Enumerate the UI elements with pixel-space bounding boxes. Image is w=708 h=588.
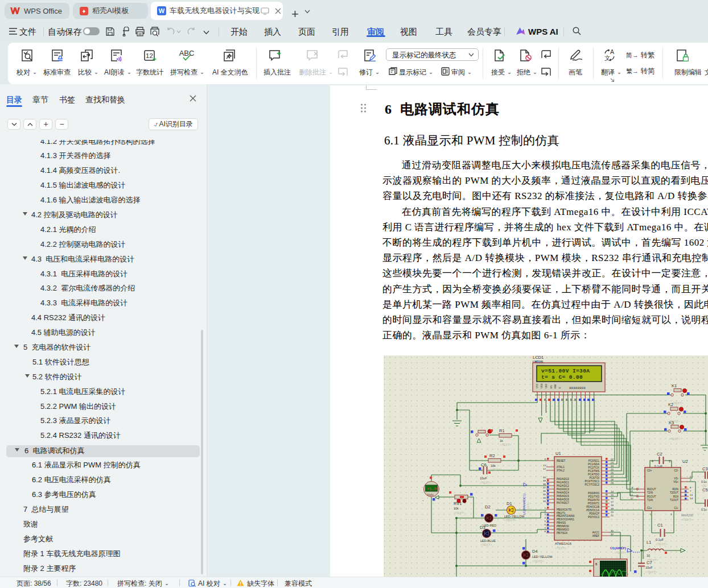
svg-text:PC0/SCL: PC0/SCL — [588, 459, 600, 462]
svg-text:PB3/OC0/AIN1: PB3/OC0/AIN1 — [557, 518, 574, 521]
svg-text:<TEXT>: <TEXT> — [615, 551, 626, 554]
svg-text:17: 17 — [611, 500, 614, 503]
svg-text:XTAL2: XTAL2 — [557, 469, 565, 472]
svg-text:VEE: VEE — [545, 383, 548, 388]
svg-text:<TEXT>: <TEXT> — [491, 468, 502, 471]
svg-text:10: 10 — [647, 554, 650, 557]
svg-text:10uF: 10uF — [480, 477, 487, 480]
svg-text:19: 19 — [611, 507, 614, 510]
svg-text:ABC: ABC — [179, 49, 195, 57]
svg-text:88888888: 88888888 — [569, 386, 586, 390]
svg-text:T1IN: T1IN — [647, 499, 653, 502]
svg-text:PD4/OC1B: PD4/OC1B — [586, 506, 599, 508]
svg-text:A: A — [610, 49, 614, 55]
svg-text:32: 32 — [611, 533, 614, 536]
svg-text:20: 20 — [611, 511, 614, 514]
svg-text:U1: U1 — [555, 451, 561, 456]
svg-text:34: 34 — [543, 496, 546, 499]
svg-text:D1: D1 — [507, 501, 512, 506]
svg-text:PB1/T1: PB1/T1 — [557, 512, 566, 515]
svg-text:PB2/INT2/AIN0: PB2/INT2/AIN0 — [557, 515, 575, 517]
svg-text:13: 13 — [543, 464, 546, 467]
svg-text:LED-YELLOW: LED-YELLOW — [504, 515, 525, 518]
svg-text:PB6/MISO: PB6/MISO — [557, 528, 569, 531]
svg-text:E: E — [558, 387, 561, 388]
svg-text:U2: U2 — [682, 459, 688, 464]
svg-text:PD6/ICP: PD6/ICP — [589, 512, 599, 515]
svg-text:VS+: VS+ — [673, 481, 678, 483]
svg-text:27: 27 — [611, 475, 614, 478]
svg-text:RS: RS — [550, 385, 553, 388]
svg-text:+5.06: +5.06 — [427, 487, 439, 491]
svg-text:13: 13 — [690, 494, 693, 496]
svg-text:37: 37 — [543, 486, 546, 489]
svg-text:VSS: VSS — [536, 383, 538, 388]
svg-text:36: 36 — [543, 490, 546, 492]
svg-text:1k: 1k — [500, 439, 503, 442]
svg-text:C1-: C1- — [674, 507, 679, 510]
svg-text:PB4/SS: PB4/SS — [557, 521, 566, 524]
svg-text:<TEXT>: <TEXT> — [555, 546, 566, 550]
svg-text:12: 12 — [543, 467, 546, 470]
svg-text:v=51.00V I=30A: v=51.00V I=30A — [541, 368, 590, 374]
svg-text:C2-: C2- — [674, 469, 679, 472]
svg-text:PC1/SDA: PC1/SDA — [588, 463, 600, 466]
svg-text:<TEXT>: <TEXT> — [480, 543, 492, 546]
svg-text:5: 5 — [669, 459, 670, 463]
svg-text:D3: D3 — [480, 525, 485, 530]
svg-text:RW: RW — [554, 384, 557, 388]
svg-text:PD1/TXD: PD1/TXD — [588, 495, 600, 498]
svg-text:LED-BLUE: LED-BLUE — [480, 539, 496, 543]
svg-text:W: W — [159, 7, 165, 14]
svg-text:C1: C1 — [657, 523, 663, 528]
svg-text:PA5/ADC5: PA5/ADC5 — [557, 495, 569, 498]
svg-text:Volts: Volts — [427, 493, 434, 496]
svg-text:14: 14 — [690, 497, 693, 500]
svg-text:U1(AREF): U1(AREF) — [610, 546, 626, 550]
svg-text:39: 39 — [543, 479, 546, 482]
svg-text:PC3/TMS: PC3/TMS — [588, 470, 599, 473]
svg-text:LED-YELLOW: LED-YELLOW — [532, 555, 553, 558]
svg-text:PA6/ADC6: PA6/ADC6 — [557, 498, 569, 501]
svg-text:C5: C5 — [702, 487, 708, 492]
svg-text:0.1uF: 0.1uF — [656, 538, 664, 541]
svg-text:26: 26 — [611, 471, 614, 474]
svg-text:C7: C7 — [647, 560, 652, 565]
svg-text:10uF: 10uF — [645, 566, 653, 569]
svg-text:33: 33 — [543, 500, 546, 503]
svg-text:T1OUT: T1OUT — [670, 499, 678, 502]
svg-text:C3: C3 — [702, 466, 708, 471]
svg-text:12: 12 — [146, 52, 153, 59]
svg-text:18: 18 — [611, 504, 614, 507]
svg-text:<TEXT>: <TEXT> — [480, 481, 491, 485]
svg-text:PA0/ADC0: PA0/ADC0 — [557, 478, 569, 481]
svg-text:10: 10 — [630, 490, 633, 492]
svg-text:PD5/OC1A: PD5/OC1A — [586, 509, 600, 512]
svg-text:R1OUT: R1OUT — [647, 495, 656, 498]
svg-text:D4: D4 — [532, 549, 538, 554]
svg-text:K3: K3 — [669, 420, 674, 425]
svg-text:10k: 10k — [491, 464, 496, 467]
svg-text:AVCC: AVCC — [592, 531, 600, 534]
svg-text:<TEXT>: <TEXT> — [504, 519, 516, 522]
svg-text:24: 24 — [611, 465, 614, 467]
svg-text:PD7/OC2: PD7/OC2 — [588, 516, 599, 519]
svg-text:K1: K1 — [672, 383, 677, 388]
svg-text:ATMEGA16: ATMEGA16 — [555, 542, 571, 545]
svg-text:<TEXT>: <TEXT> — [526, 502, 530, 513]
svg-text:<TEXT>: <TEXT> — [681, 518, 693, 521]
svg-text:PC4/TDO: PC4/TDO — [588, 473, 599, 476]
svg-text:22: 22 — [611, 458, 614, 461]
svg-text:0.1u: 0.1u — [701, 480, 707, 483]
svg-text:<TEXT>: <TEXT> — [669, 437, 680, 441]
svg-text:15: 15 — [611, 494, 614, 496]
svg-text:PB7/SCK: PB7/SCK — [557, 532, 568, 535]
svg-text:10k: 10k — [454, 507, 459, 510]
svg-text:R2: R2 — [489, 453, 495, 458]
svg-text:4: 4 — [652, 459, 653, 463]
svg-text:PB5/MOSI: PB5/MOSI — [557, 525, 569, 528]
svg-text:R2IN: R2IN — [673, 488, 678, 491]
svg-text:PD0/RXD: PD0/RXD — [588, 492, 600, 495]
svg-text:D2: D2 — [485, 504, 491, 510]
svg-text:RESET: RESET — [557, 459, 566, 462]
